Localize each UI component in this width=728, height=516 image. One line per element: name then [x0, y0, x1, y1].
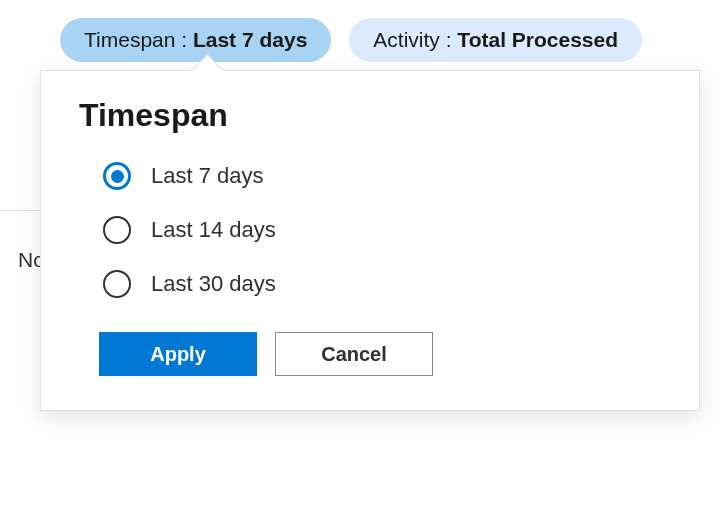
timespan-radio-group: Last 7 days Last 14 days Last 30 days	[103, 162, 661, 298]
timespan-pill[interactable]: Timespan : Last 7 days	[60, 18, 331, 62]
filter-pill-row: Timespan : Last 7 days Activity : Total …	[0, 0, 728, 62]
radio-option-last-7-days[interactable]: Last 7 days	[103, 162, 661, 190]
radio-icon	[103, 270, 131, 298]
radio-label: Last 30 days	[151, 271, 276, 297]
activity-pill-value: Total Processed	[457, 28, 618, 51]
radio-option-last-30-days[interactable]: Last 30 days	[103, 270, 661, 298]
radio-label: Last 7 days	[151, 163, 264, 189]
timespan-popover: Timespan Last 7 days Last 14 days Last 3…	[40, 70, 700, 411]
timespan-pill-key: Timespan :	[84, 28, 193, 51]
radio-icon	[103, 216, 131, 244]
popover-title: Timespan	[79, 97, 661, 134]
activity-pill[interactable]: Activity : Total Processed	[349, 18, 642, 62]
popover-button-row: Apply Cancel	[99, 332, 661, 376]
radio-option-last-14-days[interactable]: Last 14 days	[103, 216, 661, 244]
radio-icon	[103, 162, 131, 190]
timespan-pill-value: Last 7 days	[193, 28, 307, 51]
activity-pill-key: Activity :	[373, 28, 457, 51]
radio-label: Last 14 days	[151, 217, 276, 243]
divider	[0, 210, 40, 211]
apply-button[interactable]: Apply	[99, 332, 257, 376]
cancel-button[interactable]: Cancel	[275, 332, 433, 376]
